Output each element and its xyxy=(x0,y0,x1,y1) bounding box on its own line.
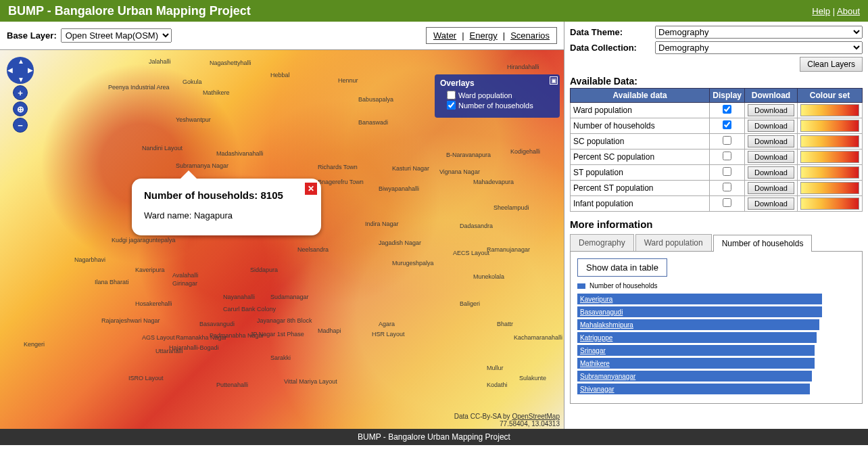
data-name-cell: Percent SC population xyxy=(571,149,710,165)
ward-label: Neelsandra xyxy=(297,246,329,253)
table-row: SC population Download xyxy=(571,134,863,149)
ward-label: Mahadevapura xyxy=(473,179,514,185)
info-tabs: DemographyWard populationNumber of house… xyxy=(570,234,863,252)
display-checkbox[interactable] xyxy=(723,105,731,114)
ward-label: Jayanagar 8th Block xyxy=(257,317,312,324)
zoom-in-button[interactable]: + xyxy=(13,85,28,100)
download-button[interactable]: Download xyxy=(748,104,794,116)
bar-row: Katriguppe xyxy=(577,332,855,343)
display-checkbox[interactable] xyxy=(723,167,731,176)
ward-label: Basavangudi xyxy=(199,321,235,327)
bar[interactable]: Mathikere xyxy=(577,358,815,369)
water-link[interactable]: Water xyxy=(433,30,456,41)
data-theme-select[interactable]: Demography xyxy=(655,26,863,39)
ward-label: Jagadish Nagar xyxy=(379,239,421,246)
colour-ramp[interactable] xyxy=(800,166,859,179)
chart-legend: Number of households xyxy=(577,282,855,290)
zoom-out-button[interactable]: − xyxy=(13,118,28,133)
ward-label: Carurl Bank Colony xyxy=(223,306,276,313)
energy-link[interactable]: Energy xyxy=(470,30,498,41)
ward-label: HSR Layout xyxy=(372,331,405,338)
ward-label: Nagarbhavi xyxy=(74,256,105,263)
table-row: ST population Download xyxy=(571,165,863,181)
display-checkbox[interactable] xyxy=(723,198,731,207)
data-collection-select[interactable]: Demography xyxy=(655,41,863,54)
ward-label: Babusapalya xyxy=(358,96,393,103)
colour-ramp[interactable] xyxy=(800,104,859,116)
app-header: BUMP - Bangalore Urban Mapping Project H… xyxy=(0,0,868,22)
close-icon[interactable]: ✕ xyxy=(305,183,317,195)
bar[interactable]: Mahalakshmipura xyxy=(577,319,819,330)
ward-label: JP Nagar 1st Phase xyxy=(250,331,304,338)
ward-label: Kodathi xyxy=(487,382,508,388)
help-link[interactable]: Help xyxy=(812,6,830,16)
download-button[interactable]: Download xyxy=(748,120,794,132)
tab[interactable]: Ward population xyxy=(635,234,712,251)
download-button[interactable]: Download xyxy=(748,166,794,179)
ward-label: Munekolala xyxy=(473,273,504,280)
colour-ramp[interactable] xyxy=(800,151,859,163)
data-name-cell: SC population xyxy=(571,134,710,149)
overlay-checkbox[interactable] xyxy=(447,91,456,99)
tab[interactable]: Number of households xyxy=(713,235,813,252)
bar[interactable]: Subramanyanagar xyxy=(577,371,812,382)
ward-label: Hirandahalli xyxy=(507,64,539,70)
download-button[interactable]: Download xyxy=(748,182,794,194)
ward-label: Kengeri xyxy=(24,341,45,348)
ward-label: Sudamanagar xyxy=(270,294,309,300)
show-data-table-button[interactable]: Show data in table xyxy=(577,258,667,277)
overlay-item[interactable]: Number of households xyxy=(447,101,554,110)
bar-row: Mathikere xyxy=(577,358,855,369)
table-row: Ward population Download xyxy=(571,103,863,118)
display-checkbox[interactable] xyxy=(723,183,731,191)
download-button[interactable]: Download xyxy=(748,135,794,147)
download-button[interactable]: Download xyxy=(748,198,794,210)
map-panel: Base Layer: Open Street Map(OSM) Water |… xyxy=(0,22,564,429)
ward-label: Padmanabha Nagar xyxy=(210,332,264,339)
overlays-toggle-icon[interactable]: ▣ xyxy=(550,76,558,85)
data-name-cell: Ward population xyxy=(571,103,710,118)
ward-label: Vignana Nagar xyxy=(439,168,480,175)
ward-label: Hajarahalli-Bogadi xyxy=(169,344,219,351)
more-info-header: More information xyxy=(570,218,863,230)
zoom-world-button[interactable]: ⊕ xyxy=(13,101,28,116)
ward-label: Hosakerehalli xyxy=(135,300,172,307)
ward-label: Kaveripura xyxy=(135,267,165,273)
colour-ramp[interactable] xyxy=(800,135,859,147)
about-link[interactable]: About xyxy=(837,6,860,16)
display-checkbox[interactable] xyxy=(723,136,731,145)
table-row: Percent ST population Download xyxy=(571,181,863,196)
ward-label: Sheelampudi xyxy=(493,204,529,211)
tab[interactable]: Demography xyxy=(570,234,634,251)
colour-ramp[interactable] xyxy=(800,198,859,210)
households-chart: KaveripuraBasavanagudiMahalakshmipuraKat… xyxy=(577,294,855,394)
scenarios-link[interactable]: Scenarios xyxy=(510,30,550,41)
ward-label: Bhattr xyxy=(497,321,513,327)
colour-ramp[interactable] xyxy=(800,182,859,194)
bar[interactable]: Basavanagudi xyxy=(577,306,822,317)
bar[interactable]: Kaveripura xyxy=(577,294,822,304)
download-button[interactable]: Download xyxy=(748,151,794,163)
overlay-checkbox[interactable] xyxy=(447,101,456,110)
table-row: Infant population Download xyxy=(571,196,863,212)
bar-row: Basavanagudi xyxy=(577,306,855,317)
data-name-cell: Percent ST population xyxy=(571,181,710,196)
bar[interactable]: Shivanagar xyxy=(577,384,810,394)
display-checkbox[interactable] xyxy=(723,120,731,129)
pan-control[interactable]: ▲▼◀▶ xyxy=(7,57,34,84)
display-checkbox[interactable] xyxy=(723,152,731,160)
bar[interactable]: Srinagar xyxy=(577,345,815,356)
colour-ramp[interactable] xyxy=(800,120,859,132)
osm-link[interactable]: OpenStreetMap xyxy=(512,413,560,420)
ward-label: Dadasandra xyxy=(460,223,493,229)
ward-label: Richards Town xyxy=(318,164,358,170)
header-links: Help | About xyxy=(812,6,860,16)
overlay-item[interactable]: Ward population xyxy=(447,91,554,99)
bar[interactable]: Katriguppe xyxy=(577,332,817,343)
ward-label: Madhapi xyxy=(318,327,341,334)
ward-label: Kachamaranahalli xyxy=(514,334,562,341)
clean-layers-button[interactable]: Clean Layers xyxy=(800,57,863,72)
map-canvas[interactable]: JalahalliNagashettyhalliPeenya Industria… xyxy=(0,50,564,429)
tab-content: Show data in table Number of households … xyxy=(570,252,863,404)
base-layer-select[interactable]: Open Street Map(OSM) xyxy=(61,28,172,43)
